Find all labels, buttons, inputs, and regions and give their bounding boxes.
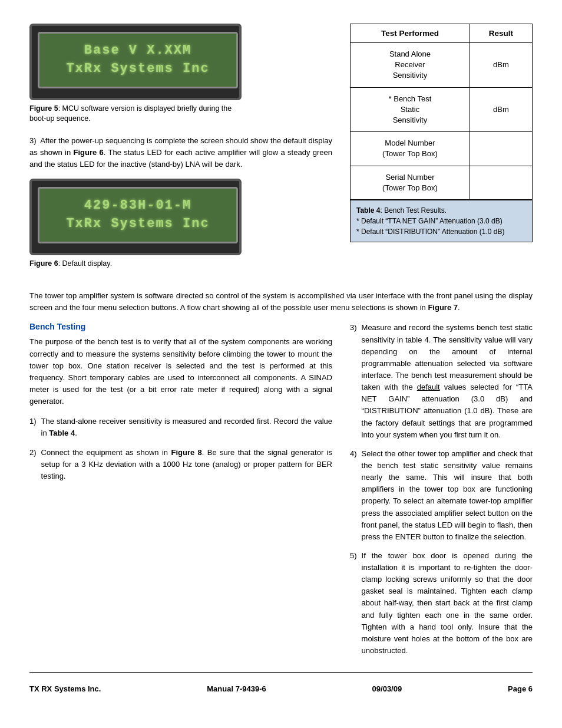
step-number-3: 3)	[350, 322, 357, 440]
table-cell-test-1: Stand AloneReceiverSensitivity	[351, 43, 470, 88]
table-cell-test-3: Model Number(Tower Top Box)	[351, 132, 470, 166]
figure8-ref: Figure 8	[171, 448, 201, 457]
list-item: 3) Measure and record the systems bench …	[350, 322, 533, 440]
step-number-4: 4)	[350, 448, 357, 543]
table4-ref: Table 4	[49, 429, 75, 437]
table-cell-result-3	[470, 132, 532, 166]
footer-page: Page 6	[508, 684, 533, 693]
top-section: Base V X.XXM TxRx Systems Inc Figure 5: …	[29, 24, 533, 279]
footer-company: TX RX Systems Inc.	[29, 684, 101, 693]
table-footer-line2: * Default “TTA NET GAIN” Attenuation (3.…	[356, 216, 526, 226]
list-item: 4) Select the other tower top amplifier …	[350, 448, 533, 543]
middle-section: Bench Testing The purpose of the bench t…	[29, 322, 533, 664]
default-underline: default	[417, 383, 440, 391]
figure5-caption: Figure 5: MCU software version is displa…	[29, 104, 242, 124]
step-4-text: Select the other tower top amplifier and…	[362, 448, 533, 543]
lcd-screen-2-outer: 429-83H-01-M TxRx Systems Inc	[29, 179, 242, 255]
results-table: Test Performed Result Stand AloneReceive…	[350, 24, 533, 200]
lcd1-line2: TxRx Systems Inc	[50, 60, 226, 78]
lcd-screen-1: Base V X.XXM TxRx Systems Inc	[38, 32, 238, 88]
middle-right: 3) Measure and record the systems bench …	[350, 322, 533, 664]
figure6-caption: Figure 6: Default display.	[29, 259, 242, 269]
lcd1-line1: Base V X.XXM	[50, 42, 226, 60]
figure6-label: Figure 6	[29, 259, 58, 268]
footer-date: 09/03/09	[372, 684, 402, 693]
figure6-text: : Default display.	[58, 259, 112, 268]
figure6-ref: Figure 6	[74, 148, 104, 157]
step-number-5: 5)	[350, 550, 357, 657]
table-footer: Table 4: Bench Test Results. * Default “…	[350, 200, 533, 242]
step-3-text: Measure and record the systems bench tes…	[362, 322, 533, 440]
table-cell-result-1: dBm	[470, 43, 532, 88]
page-content: Base V X.XXM TxRx Systems Inc Figure 5: …	[29, 24, 533, 693]
table-row: Stand AloneReceiverSensitivity dBm	[351, 43, 533, 88]
lcd-screen-2: 429-83H-01-M TxRx Systems Inc	[38, 187, 238, 243]
table-header-col2: Result	[470, 24, 532, 43]
figure5-text: : MCU software version is displayed brie…	[29, 104, 232, 123]
page-footer: TX RX Systems Inc. Manual 7-9439-6 09/03…	[29, 672, 533, 693]
table-footer-line1: Table 4: Bench Test Results.	[356, 205, 526, 216]
table-header-col1: Test Performed	[351, 24, 470, 43]
lcd2-line2: TxRx Systems Inc	[50, 215, 226, 233]
middle-left: Bench Testing The purpose of the bench t…	[29, 322, 332, 664]
left-column-top: Base V X.XXM TxRx Systems Inc Figure 5: …	[29, 24, 332, 279]
list-item: 1) The stand-alone receiver sensitivity …	[29, 416, 332, 439]
table-cell-test-4: Serial Number(Tower Top Box)	[351, 166, 470, 199]
bench-intro-paragraph: The purpose of the bench test is to veri…	[29, 336, 332, 407]
step-2-text: Connect the equipment as shown in Figure…	[41, 447, 332, 482]
table-row: Model Number(Tower Top Box)	[351, 132, 533, 166]
right-steps-list: 3) Measure and record the systems bench …	[350, 322, 533, 657]
step-number-1: 1)	[29, 416, 37, 439]
step-1-text: The stand-alone receiver sensitivity is …	[41, 416, 332, 439]
step-number-2: 2)	[29, 447, 37, 482]
figure7-ref: Figure 7	[428, 303, 458, 312]
figure5-label: Figure 5	[29, 104, 58, 113]
table-cell-test-2: * Bench TestStaticSensitivity	[351, 87, 470, 132]
table-cell-result-2: dBm	[470, 87, 532, 132]
lcd2-line1: 429-83H-01-M	[50, 197, 226, 215]
bench-testing-heading: Bench Testing	[29, 322, 332, 331]
flow-text-paragraph: The tower top amplifier system is softwa…	[29, 290, 533, 314]
table-footer-line3: * Default “DISTRIBUTION” Attenuation (1.…	[356, 226, 526, 237]
lcd-screen-1-outer: Base V X.XXM TxRx Systems Inc	[29, 24, 242, 100]
footer-manual: Manual 7-9439-6	[207, 684, 266, 693]
paragraph-3-top: 3) After the power-up sequencing is comp…	[29, 135, 332, 170]
list-item: 5) If the tower box door is opened durin…	[350, 550, 533, 657]
table-row: * Bench TestStaticSensitivity dBm	[351, 87, 533, 132]
bench-steps-list: 1) The stand-alone receiver sensitivity …	[29, 416, 332, 482]
step-5-text: If the tower box door is opened during t…	[362, 550, 533, 657]
right-column-top: Test Performed Result Stand AloneReceive…	[350, 24, 533, 279]
table-cell-result-4	[470, 166, 532, 199]
list-item: 2) Connect the equipment as shown in Fig…	[29, 447, 332, 482]
table-row: Serial Number(Tower Top Box)	[351, 166, 533, 199]
